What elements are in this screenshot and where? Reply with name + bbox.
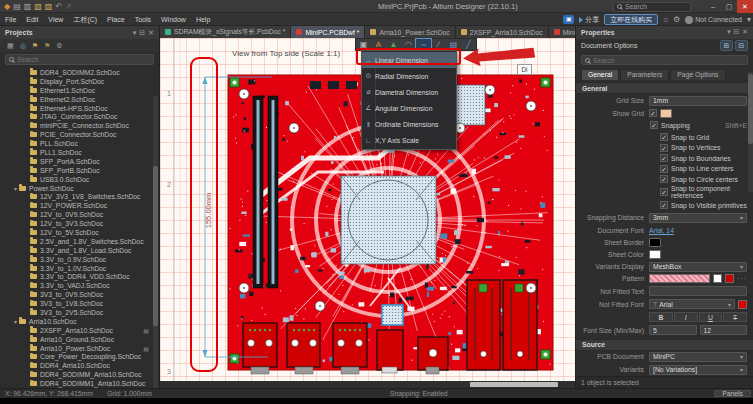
- project-tree-item[interactable]: ▾ SFP_PortA.SchDoc ▤: [0, 157, 159, 166]
- project-tree-item[interactable]: ▾ DDR4_SODIMM1_Arria10.SchDoc ▤: [0, 379, 159, 388]
- projects-search[interactable]: [5, 54, 154, 65]
- flag-icon[interactable]: ⚑: [32, 42, 38, 50]
- home-icon[interactable]: ⌂: [663, 15, 668, 24]
- dimension-icon[interactable]: ⇔: [416, 39, 431, 50]
- place-text-icon[interactable]: A: [371, 39, 386, 50]
- snap-option-checkbox[interactable]: ✓: [660, 201, 668, 209]
- snap-option-row[interactable]: ✓ Snap to Circle centers: [660, 175, 747, 184]
- close-button[interactable]: ✕: [737, 0, 753, 13]
- document-tab[interactable]: Arria10_Power.SchDoc: [365, 26, 455, 38]
- project-tree-item[interactable]: ▾ miniPCIE_Connector.SchDoc ▤: [0, 121, 159, 130]
- properties-tab[interactable]: Parameters: [620, 69, 669, 80]
- snap-option-checkbox[interactable]: ✓: [660, 154, 668, 162]
- project-tree-item[interactable]: ▾ PLL1.SchDoc ▤: [0, 148, 159, 157]
- show-grid-checkbox[interactable]: ✓: [649, 109, 657, 117]
- sync-icon[interactable]: ◎: [20, 42, 26, 50]
- context-menu-item[interactable]: ∟ X,Y Axis Scale: [362, 132, 456, 148]
- panel-menu-icon[interactable]: ▾: [727, 28, 730, 36]
- context-menu-item[interactable]: ∠ Angular Dimension: [362, 100, 456, 116]
- minimize-button[interactable]: –: [705, 0, 721, 13]
- spark-icon[interactable]: ◆: [4, 0, 10, 13]
- project-tree-item[interactable]: ▾ Arria10_Power.SchDoc ▤: [0, 344, 159, 353]
- polygon-pour-icon[interactable]: ▲: [386, 39, 401, 50]
- menu-item[interactable]: Place: [102, 16, 130, 23]
- project-tree-item[interactable]: ▾ 12V_3V3_1V8_Switches.SchDoc ▤: [0, 192, 159, 201]
- snap-option-row[interactable]: ✓ Snap to Vertices: [660, 143, 747, 152]
- project-tree-item[interactable]: ▾ 12V_to_3V3.SchDoc ▤: [0, 219, 159, 228]
- project-tree-item[interactable]: ▾ SFP_PortB.SchDoc ▤: [0, 166, 159, 175]
- projects-search-input[interactable]: [17, 56, 150, 63]
- grid-color-swatch[interactable]: [660, 109, 672, 118]
- section-source[interactable]: Source: [576, 339, 753, 351]
- maximize-button[interactable]: ▢: [721, 0, 737, 13]
- account-menu-icon[interactable]: ▾: [747, 15, 751, 24]
- format-button[interactable]: I: [674, 312, 698, 322]
- expand-arrow-icon[interactable]: ▾: [14, 318, 17, 325]
- snapping-checkbox[interactable]: ✓: [650, 121, 658, 129]
- pin-icon[interactable]: ⊟: [734, 28, 740, 36]
- project-tree-item[interactable]: ▾ 12V_POWER.SchDoc ▤: [0, 201, 159, 210]
- format-button[interactable]: T: [723, 312, 747, 322]
- save-all-icon[interactable]: ▥: [24, 0, 32, 13]
- project-tree-item[interactable]: ▾ DDR4_Arria10.SchDoc ▤: [0, 361, 159, 370]
- objects-filter-icon[interactable]: ⊟: [735, 40, 748, 51]
- pattern-swatch[interactable]: [649, 274, 710, 283]
- pin-icon[interactable]: ⊟: [139, 29, 145, 37]
- dimension-text[interactable]: 155.00mm: [204, 191, 213, 231]
- snap-option-row[interactable]: ✓ Snap to Boundaries: [660, 154, 747, 163]
- font-size-max-input[interactable]: 12: [700, 325, 748, 335]
- context-menu-item[interactable]: ⌀ Diametral Dimension: [362, 84, 456, 100]
- measure-icon[interactable]: ∕: [431, 39, 446, 50]
- format-button[interactable]: U: [699, 312, 723, 322]
- sheet-color-swatch[interactable]: [649, 250, 661, 259]
- menu-item[interactable]: Tools: [130, 16, 156, 23]
- project-tree-item[interactable]: ▾ 2XSFP_Arria10.SchDoc ▤: [0, 326, 159, 335]
- project-tree-item[interactable]: ▾ Ethernet-HPS.SchDoc ▤: [0, 104, 159, 113]
- project-tree-item[interactable]: ▾ 3.3V_to_0.9V.SchDoc ▤: [0, 255, 159, 264]
- snap-option-checkbox[interactable]: ✓: [660, 133, 668, 141]
- projects-scrollbar[interactable]: [153, 96, 158, 396]
- document-tab[interactable]: MiniPC_Drill.PCBDwf: [549, 26, 575, 38]
- project-tree-item[interactable]: ▾ JTAG_Connector.SchDoc ▤: [0, 112, 159, 121]
- share-button[interactable]: 分享: [579, 15, 599, 25]
- undo-icon[interactable]: ↶: [55, 0, 62, 13]
- project-tree-item[interactable]: ▾ Ethernet1.SchDoc ▤: [0, 86, 159, 95]
- snap-option-checkbox[interactable]: ✓: [660, 188, 668, 196]
- panel-menu-icon[interactable]: ▾: [133, 29, 137, 37]
- panel-close-icon[interactable]: ✕: [742, 28, 748, 36]
- context-menu-item[interactable]: ↔ Linear Dimension: [362, 52, 456, 68]
- sheet-border-swatch[interactable]: [649, 238, 661, 247]
- project-settings-icon[interactable]: ⚙: [56, 42, 62, 50]
- document-tab[interactable]: MiniPC.PCBDwf *: [291, 26, 365, 38]
- font-size-min-input[interactable]: 5: [649, 325, 697, 335]
- redo-icon[interactable]: ↗: [65, 0, 72, 13]
- project-tree-item[interactable]: ▾ DDR4_SODIMM2.SchDoc ▤: [0, 68, 159, 77]
- project-tree-item[interactable]: ▾ PLL.SchDoc ▤: [0, 139, 159, 148]
- global-search[interactable]: Search: [613, 2, 691, 12]
- snap-option-row[interactable]: ✓ Snap to component references: [660, 185, 747, 199]
- project-tree-item[interactable]: ▾ 12V_to_0V9.SchDoc ▤: [0, 210, 159, 219]
- document-font-link[interactable]: Arial, 14: [649, 227, 674, 234]
- project-tree-item[interactable]: ▾ Ethernet2.SchDoc ▤: [0, 95, 159, 104]
- project-tree-item[interactable]: ▾ 12V_to_5V.SchDoc ▤: [0, 228, 159, 237]
- variants-display-select[interactable]: MeshBox▾: [649, 262, 747, 272]
- context-menu-item[interactable]: ⊙ Radial Dimension: [362, 68, 456, 84]
- properties-tab[interactable]: Page Options: [670, 69, 725, 80]
- section-general[interactable]: General: [576, 82, 753, 94]
- properties-search[interactable]: [581, 55, 748, 66]
- properties-search-input[interactable]: [593, 57, 744, 64]
- comment-icon[interactable]: ▣: [563, 15, 574, 24]
- project-tree-item[interactable]: ▾ DDR4_SODIMM_Arria10.SchDoc ▤: [0, 370, 159, 379]
- format-button[interactable]: B: [649, 312, 673, 322]
- connection-status[interactable]: Not Connected: [685, 16, 742, 24]
- snap-option-row[interactable]: ✓ Snap to Grid: [660, 133, 747, 142]
- properties-scrollbar[interactable]: [748, 72, 753, 192]
- project-tree-item[interactable]: ▾ 3.3V_to_1.0V.SchDoc ▤: [0, 264, 159, 273]
- project-tree-item[interactable]: ▾ Arria10.SchDoc ▤: [0, 317, 159, 326]
- snap-option-checkbox[interactable]: ✓: [660, 144, 668, 152]
- document-tab[interactable]: SDRAM模块_xSignals等长.PcbDoc *: [160, 26, 291, 38]
- pattern-white-swatch[interactable]: [713, 274, 722, 283]
- panel-close-icon[interactable]: ✕: [148, 29, 154, 37]
- document-tab[interactable]: 2XSFP_Arria10.SchDoc: [456, 26, 549, 38]
- arc-icon[interactable]: ◠: [401, 39, 416, 50]
